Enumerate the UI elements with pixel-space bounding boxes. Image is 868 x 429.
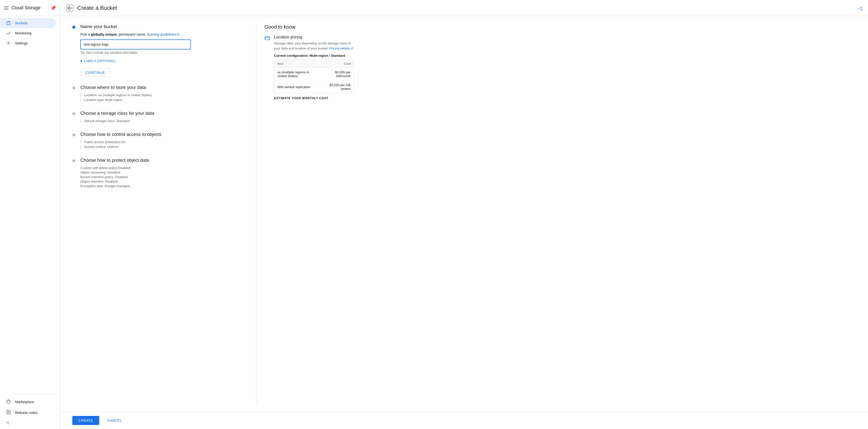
naming-guidelines-link[interactable]: Naming guidelines	[147, 32, 180, 36]
estimate-monthly-cost-link[interactable]: ESTIMATE YOUR MONTHLY COST	[274, 96, 354, 100]
step-3-content: Choose a storage class for your data Def…	[81, 111, 244, 124]
sidebar-item-label-buckets: Buckets	[15, 21, 28, 25]
back-button[interactable]	[66, 4, 73, 11]
marketplace-icon	[6, 399, 11, 405]
svg-point-1	[8, 43, 9, 44]
step-1-title: Name your bucket	[81, 24, 244, 29]
pin-icon: 📌	[51, 5, 56, 11]
step-1-content: Name your bucket Pick a globally unique,…	[81, 24, 244, 77]
topbar: Create a Bucket ◁	[60, 0, 868, 16]
chevron-down-icon: ▾	[81, 59, 82, 63]
sidebar-item-buckets[interactable]: Buckets	[0, 18, 56, 28]
pricing-table-cell-item: With default replication	[274, 81, 321, 93]
sidebar-item-monitoring[interactable]: Monitoring	[0, 28, 56, 38]
pricing-table-cell-item: us (multiple regions in United States)	[274, 68, 321, 81]
step-1-description: Pick a globally unique, permanent name. …	[81, 32, 244, 36]
cancel-button[interactable]: CANCEL	[103, 416, 126, 425]
hamburger-icon[interactable]	[4, 6, 8, 10]
step-3: Choose a storage class for your data Def…	[72, 111, 244, 124]
gtk-section-desc: Storage rates vary depending on the stor…	[274, 41, 354, 51]
step-5-bullet	[72, 159, 75, 162]
step-3-title: Choose a storage class for your data	[81, 111, 244, 116]
sidebar-nav: Buckets Monitoring Settings	[0, 16, 60, 394]
sidebar-collapse-button[interactable]: <|	[0, 418, 60, 427]
step-1: Name your bucket Pick a globally unique,…	[72, 24, 244, 77]
credit-card-icon	[265, 35, 270, 100]
svg-rect-7	[265, 37, 270, 40]
sidebar-bottom: Marketplace Release notes <|	[0, 394, 60, 429]
app-title: Cloud Storage	[11, 5, 40, 10]
sidebar-item-settings[interactable]: Settings	[0, 38, 56, 48]
step-4-access-control: Access control: Uniform	[81, 145, 244, 149]
bucket-icon	[6, 21, 11, 26]
good-to-know-panel: Good to know Location pricing Storage ra…	[256, 24, 362, 404]
gtk-config-label: Current configuration: Multi-region / St…	[274, 54, 354, 58]
release-notes-icon	[6, 410, 11, 416]
step-1-desc-bold: globally unique	[91, 32, 117, 36]
step-5-soft-delete: Custom soft delete policy:Disabled	[81, 166, 244, 170]
step-5: Choose how to protect object data Custom…	[72, 158, 244, 188]
bottom-actions: CREATE CANCEL	[60, 412, 868, 429]
form-area: Name your bucket Pick a globally unique,…	[60, 24, 256, 404]
continue-button[interactable]: CONTINUE	[81, 68, 110, 77]
settings-icon	[6, 41, 11, 46]
monitoring-icon	[6, 31, 11, 36]
pricing-table-header-item: Item	[274, 60, 321, 68]
gtk-title: Good to know	[265, 24, 354, 30]
step-2-location-type: Location type: Multi-region	[81, 98, 244, 102]
step-5-retention: Bucket retention policy: Disabled	[81, 175, 244, 179]
step-3-storage-class: Default storage class: Standard	[81, 119, 244, 123]
step-2: Choose where to store your data Location…	[72, 85, 244, 103]
step-4-content: Choose how to control access to objects …	[81, 132, 244, 150]
main-content: Name your bucket Pick a globally unique,…	[60, 16, 868, 412]
bucket-name-input[interactable]	[81, 39, 191, 50]
bucket-name-tip: Tip: Don't include any sensitive informa…	[81, 51, 244, 55]
svg-line-6	[178, 33, 179, 35]
sidebar-item-label-monitoring: Monitoring	[15, 31, 31, 35]
svg-line-9	[352, 48, 353, 49]
step-4-public-access-val: On	[121, 140, 125, 144]
step-5-title: Choose how to protect object data	[81, 158, 244, 163]
svg-rect-0	[7, 22, 10, 25]
step-2-location: Location: us (multiple regions in United…	[81, 93, 244, 97]
labels-toggle-label: LABELS (OPTIONAL)	[84, 59, 116, 63]
collapse-icon: <|	[6, 421, 9, 425]
main-area: Create a Bucket ◁ Name your bucket Pick …	[60, 0, 868, 429]
pricing-details-link[interactable]: Pricing details	[329, 47, 353, 50]
labels-toggle[interactable]: ▾ LABELS (OPTIONAL)	[81, 59, 244, 63]
pricing-table: Item Cost us (multiple regions in United…	[274, 60, 354, 93]
step-4: Choose how to control access to objects …	[72, 132, 244, 150]
step-2-title: Choose where to store your data	[81, 85, 244, 90]
step-1-bullet	[72, 26, 75, 29]
step-5-encryption: Encryption type: Google-managed	[81, 184, 244, 188]
pricing-table-row: With default replication$0.020 per GB wr…	[274, 81, 354, 93]
gtk-section-title: Location pricing	[274, 35, 354, 39]
page-title: Create a Bucket	[78, 5, 117, 11]
pricing-table-row: us (multiple regions in United States)$0…	[274, 68, 354, 81]
sidebar-item-marketplace[interactable]: Marketplace	[0, 396, 60, 407]
sidebar-header: Cloud Storage 📌	[0, 0, 60, 16]
step-4-title: Choose how to control access to objects	[81, 132, 244, 137]
sidebar-item-label-marketplace: Marketplace	[15, 400, 34, 404]
step-4-public-access-label: Public access prevention:	[84, 140, 121, 144]
step-5-versioning: Object versioning: Disabled	[81, 171, 244, 174]
sidebar-item-label-release-notes: Release notes	[15, 411, 38, 415]
topbar-collapse-icon[interactable]: ◁	[858, 5, 862, 11]
pricing-table-cell-cost: $0.026 per GB/month	[321, 68, 353, 81]
step-2-content: Choose where to store your data Location…	[81, 85, 244, 103]
step-3-bullet	[72, 112, 75, 115]
create-button[interactable]: CREATE	[72, 416, 99, 425]
step-5-obj-retention: Object retention: Disabled	[81, 180, 244, 183]
sidebar-item-label-settings: Settings	[15, 41, 28, 45]
step-2-bullet	[72, 86, 75, 89]
pricing-table-header-cost: Cost	[321, 60, 353, 68]
gtk-location-content: Location pricing Storage rates vary depe…	[274, 35, 354, 100]
step-4-public-access: Public access prevention:On	[81, 140, 244, 144]
step-4-bullet	[72, 133, 75, 136]
pricing-table-cell-cost: $0.020 per GB written	[321, 81, 353, 93]
step-5-content: Choose how to protect object data Custom…	[81, 158, 244, 188]
gtk-location-pricing: Location pricing Storage rates vary depe…	[265, 35, 354, 100]
sidebar-item-release-notes[interactable]: Release notes	[0, 407, 60, 418]
sidebar: Cloud Storage 📌 Buckets Monitoring Setti…	[0, 0, 60, 429]
